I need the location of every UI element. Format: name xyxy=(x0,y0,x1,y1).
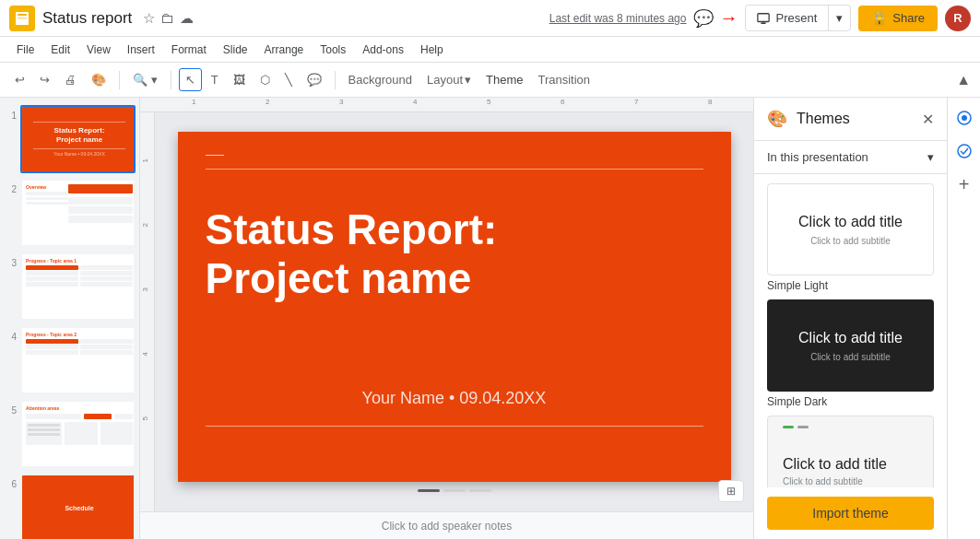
theme-preview-simple-light[interactable]: Click to add title Click to add subtitle xyxy=(767,183,934,275)
menu-insert[interactable]: Insert xyxy=(120,41,162,58)
menu-edit[interactable]: Edit xyxy=(43,41,77,58)
zoom-button[interactable]: 🔍 ▾ xyxy=(127,69,163,90)
slide-image-6[interactable]: Schedule xyxy=(20,474,136,539)
slide-thumbnail-2[interactable]: 2 Overview xyxy=(4,179,136,247)
ruler-mark-2: 2 xyxy=(266,98,269,106)
present-label: Present xyxy=(775,11,817,25)
slide-title-line1: Status Report: xyxy=(206,205,703,254)
last-edit-label[interactable]: Last edit was 8 minutes ago xyxy=(549,12,687,25)
slide-thumbnail-5[interactable]: 5 Attention areas xyxy=(4,400,136,468)
menu-format[interactable]: Format xyxy=(164,41,214,58)
top-toolbar-icons: 💬 → xyxy=(693,7,738,29)
import-theme-button[interactable]: Import theme xyxy=(767,497,934,530)
slide-title-line2: Project name xyxy=(206,254,703,303)
toolbar-collapse-button[interactable]: ▲ xyxy=(956,72,971,88)
menu-view[interactable]: View xyxy=(79,41,118,58)
menu-slide[interactable]: Slide xyxy=(216,41,255,58)
cloud-icon[interactable]: ☁ xyxy=(180,10,194,27)
slide-image-5[interactable]: Attention areas xyxy=(20,400,136,468)
theme-preview-simple-dark[interactable]: Click to add title Click to add subtitle xyxy=(767,299,934,392)
present-button-group[interactable]: Present ▾ xyxy=(745,5,851,31)
themes-list: Click to add title Click to add subtitle… xyxy=(754,174,947,487)
cursor-button[interactable]: ↖ xyxy=(179,68,202,91)
top-bar: Status report ☆ 🗀 ☁ Last edit was 8 minu… xyxy=(0,0,980,37)
paint-format-button[interactable]: 🎨 xyxy=(86,69,112,90)
theme-button[interactable]: Theme xyxy=(480,69,528,90)
slide-thumbnail-3[interactable]: 3 Progress - Topic area 1 xyxy=(4,252,136,321)
line-button[interactable]: ╲ xyxy=(279,69,298,90)
slide-thumbnail-1[interactable]: 1 Status Report:Project name Your Name •… xyxy=(4,105,136,173)
share-button[interactable]: 🔒 Share xyxy=(858,6,938,31)
slide6-title: Schedule xyxy=(65,505,93,511)
folder-icon[interactable]: 🗀 xyxy=(160,10,174,27)
comments-icon[interactable]: 💬 xyxy=(693,8,714,29)
transition-button[interactable]: Transition xyxy=(532,69,596,90)
redo-button[interactable]: ↪ xyxy=(34,69,55,90)
slide1-title: Status Report:Project name xyxy=(53,126,104,144)
speaker-notes-bar[interactable]: Click to add speaker notes xyxy=(140,511,753,539)
slide-thumbnail-6[interactable]: 6 Schedule xyxy=(4,474,136,539)
slide-main-title-area[interactable]: Status Report: Project name xyxy=(206,205,703,303)
slide-viewport: 1 2 3 4 5 Status Report: Project name xyxy=(140,112,753,511)
themes-close-button[interactable]: ✕ xyxy=(922,111,934,128)
ruler-left-mark-1: 1 xyxy=(141,158,149,162)
text-button[interactable]: T xyxy=(206,69,224,90)
slide-dash xyxy=(206,155,224,156)
shape-button[interactable]: ⬡ xyxy=(254,69,276,90)
slide-number-1: 1 xyxy=(4,105,17,121)
menu-tools[interactable]: Tools xyxy=(313,41,353,58)
theme-simple-light[interactable]: Click to add title Click to add subtitle… xyxy=(767,183,934,292)
slide-image-1[interactable]: Status Report:Project name Your Name • 0… xyxy=(20,105,136,173)
right-panel-add-button[interactable]: + xyxy=(951,171,977,197)
menu-arrange[interactable]: Arrange xyxy=(257,41,312,58)
arrow-indicator: → xyxy=(719,7,738,29)
slide5-title: Attention areas xyxy=(26,405,133,411)
undo-button[interactable]: ↩ xyxy=(9,69,30,90)
star-icon[interactable]: ☆ xyxy=(143,10,155,27)
user-avatar[interactable]: R xyxy=(945,6,971,31)
slide-number-3: 3 xyxy=(4,252,17,268)
slide-image-2[interactable]: Overview xyxy=(20,179,136,247)
background-button[interactable]: Background xyxy=(343,69,418,90)
slide-image-4[interactable]: Progress - Topic area 2 xyxy=(20,326,136,394)
menu-help[interactable]: Help xyxy=(413,41,451,58)
slide-subtitle-area[interactable]: Your Name • 09.04.20XX xyxy=(206,389,703,408)
theme-preview-streamline[interactable]: Click to add title Click to add subtitle xyxy=(767,416,934,487)
slide-image-3[interactable]: Progress - Topic area 1 xyxy=(20,252,136,321)
simple-light-subtitle: Click to add subtitle xyxy=(810,236,891,246)
themes-panel: 🎨 Themes ✕ In this presentation ▾ Click … xyxy=(753,98,947,539)
streamline-title: Click to add title xyxy=(783,456,887,473)
present-dropdown-button[interactable]: ▾ xyxy=(828,6,850,30)
present-main-button[interactable]: Present xyxy=(746,6,828,30)
streamline-subtitle: Click to add subtitle xyxy=(783,476,887,486)
menu-addons[interactable]: Add-ons xyxy=(355,41,411,58)
simple-dark-label: Simple Dark xyxy=(767,395,934,408)
svg-rect-2 xyxy=(16,19,29,25)
ruler-top: 1 2 3 4 5 6 7 8 9 xyxy=(140,98,753,112)
themes-filter-button[interactable]: In this presentation ▾ xyxy=(767,150,934,164)
check-circle-icon xyxy=(956,143,973,159)
main-slide[interactable]: Status Report: Project name Your Name • … xyxy=(178,132,731,482)
svg-rect-5 xyxy=(758,13,769,21)
comment-button[interactable]: 💬 xyxy=(301,69,327,90)
slide-number-6: 6 xyxy=(4,474,17,489)
layout-button[interactable]: Layout ▾ xyxy=(421,69,477,90)
themes-filter-chevron: ▾ xyxy=(927,150,934,164)
theme-simple-dark[interactable]: Click to add title Click to add subtitle… xyxy=(767,299,934,408)
right-panel-button-2[interactable] xyxy=(951,138,977,164)
slide-line-top xyxy=(206,169,703,170)
right-panel-button-1[interactable] xyxy=(951,105,977,131)
theme-streamline[interactable]: Click to add title Click to add subtitle… xyxy=(767,416,934,487)
ruler-mark-7: 7 xyxy=(634,98,638,106)
svg-point-10 xyxy=(958,145,971,158)
print-button[interactable]: 🖨 xyxy=(59,69,82,90)
fit-to-screen-button[interactable]: ⊞ xyxy=(718,480,744,502)
menu-file[interactable]: File xyxy=(9,41,41,58)
ruler-mark-3: 3 xyxy=(339,98,343,106)
image-button[interactable]: 🖼 xyxy=(228,69,251,90)
themes-filter-label: In this presentation xyxy=(767,150,868,164)
app-logo xyxy=(9,6,35,31)
speaker-notes-placeholder[interactable]: Click to add speaker notes xyxy=(382,520,512,533)
page-dot-1 xyxy=(418,489,440,492)
slide-thumbnail-4[interactable]: 4 Progress - Topic area 2 xyxy=(4,326,136,394)
